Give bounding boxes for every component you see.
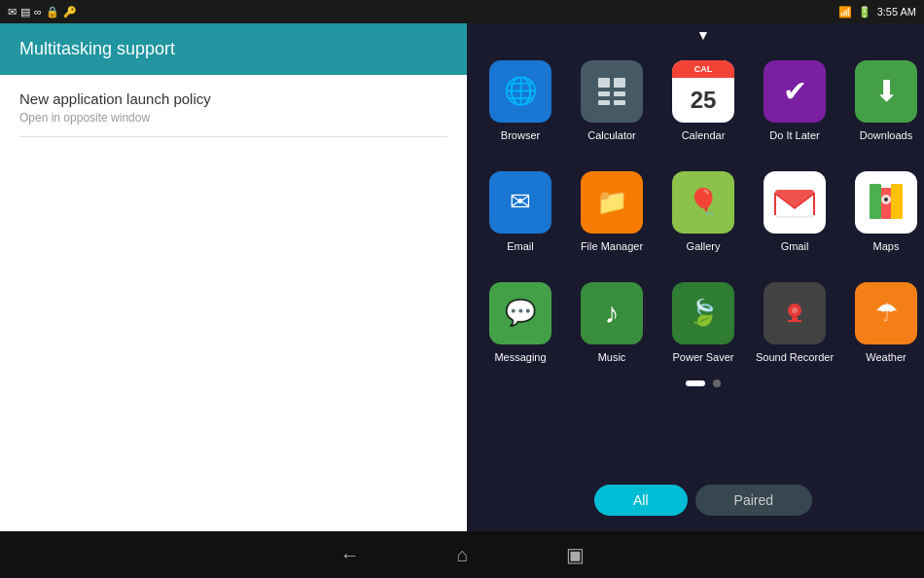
svg-point-17 <box>792 307 798 313</box>
app-label-gmail: Gmail <box>781 239 809 253</box>
back-button[interactable]: ← <box>339 544 359 566</box>
app-label-soundrecorder: Sound Recorder <box>756 350 834 364</box>
panel-body: New application launch policy Open in op… <box>0 75 467 531</box>
app-item-maps[interactable]: Maps <box>842 154 924 261</box>
page-dot-active[interactable] <box>686 380 705 386</box>
app-icon-gallery: 🎈 <box>672 171 734 234</box>
app-label-gallery: Gallery <box>687 239 721 253</box>
app-icon-email: ✉ <box>489 171 551 234</box>
app-item-soundrecorder[interactable]: Sound Recorder <box>751 265 838 372</box>
bottom-nav: ← ⌂ ▣ <box>0 531 924 578</box>
app-icon-messaging: 💬 <box>489 282 551 344</box>
battery-icon: 🔋 <box>858 6 871 18</box>
app-icon-maps <box>855 171 917 234</box>
app-label-filemanager: File Manager <box>581 239 643 253</box>
svg-rect-4 <box>598 100 610 105</box>
app-icon-downloads: ⬇ <box>855 60 917 123</box>
app-icon-weather: ☂ <box>855 282 917 344</box>
left-panel: Multitasking support New application lau… <box>0 23 467 531</box>
tab-all-button[interactable]: All <box>594 485 688 516</box>
policy-subtitle: Open in opposite window <box>19 111 447 125</box>
tabs-container: All Paired <box>594 485 812 516</box>
app-label-weather: Weather <box>866 350 906 364</box>
app-item-gallery[interactable]: 🎈 Gallery <box>659 154 747 261</box>
svg-rect-16 <box>788 320 801 322</box>
app-label-powersaver: Power Saver <box>673 350 734 364</box>
app-icon-calendar: CAL 25 <box>672 60 734 123</box>
tab-paired-button[interactable]: Paired <box>695 485 812 516</box>
panel-title: Multitasking support <box>19 39 175 58</box>
app-item-calendar[interactable]: CAL 25 Calendar <box>659 43 747 150</box>
app-item-gmail[interactable]: Gmail <box>751 154 838 261</box>
status-bar: ✉ ▤ ∞ 🔒 🔑 📶 🔋 3:55 AM <box>0 0 924 23</box>
app-item-doitlater[interactable]: ✔ Do It Later <box>751 43 838 150</box>
svg-point-12 <box>884 198 888 201</box>
panel-header: Multitasking support <box>0 23 467 75</box>
app-item-downloads[interactable]: ⬇ Downloads <box>842 43 924 150</box>
app-item-powersaver[interactable]: 🍃 Power Saver <box>659 265 747 372</box>
recents-button[interactable]: ▣ <box>566 543 585 566</box>
sim-icon: ▤ <box>20 6 30 18</box>
app-icon-music: ♪ <box>581 282 643 344</box>
right-panel: ▼ 🌐 Browser <box>467 23 924 531</box>
home-button[interactable]: ⌂ <box>456 544 468 566</box>
svg-rect-8 <box>870 184 881 219</box>
app-icon-calculator <box>581 60 643 123</box>
lock-icon: 🔒 <box>46 6 59 18</box>
apps-grid: 🌐 Browser Calculator <box>467 43 924 372</box>
pagination <box>686 379 721 387</box>
app-label-email: Email <box>507 239 534 253</box>
svg-rect-10 <box>891 184 903 219</box>
app-icon-browser: 🌐 <box>489 60 551 123</box>
conn-icon: ∞ <box>34 6 42 18</box>
app-icon-soundrecorder <box>764 282 826 344</box>
app-icon-gmail <box>764 171 826 234</box>
app-icon-powersaver: 🍃 <box>672 282 734 344</box>
app-item-music[interactable]: ♪ Music <box>568 265 656 372</box>
status-icons-right: 📶 🔋 3:55 AM <box>838 6 916 18</box>
svg-rect-3 <box>614 91 625 96</box>
app-item-browser[interactable]: 🌐 Browser <box>477 43 564 150</box>
app-label-maps: Maps <box>873 239 900 253</box>
app-label-calculator: Calculator <box>587 128 636 142</box>
svg-rect-5 <box>614 100 625 105</box>
app-item-calculator[interactable]: Calculator <box>568 43 656 150</box>
wifi-icon: 📶 <box>838 6 852 18</box>
time-display: 3:55 AM <box>877 6 916 18</box>
app-label-downloads: Downloads <box>860 128 912 142</box>
app-label-messaging: Messaging <box>494 350 546 364</box>
app-icon-doitlater: ✔ <box>764 60 826 123</box>
key-icon: 🔑 <box>63 6 77 18</box>
app-icon-filemanager: 📁 <box>581 171 643 234</box>
divider <box>19 136 447 137</box>
svg-rect-2 <box>598 91 610 96</box>
app-label-browser: Browser <box>501 128 540 142</box>
app-item-weather[interactable]: ☂ Weather <box>842 265 924 372</box>
notification-icon: ✉ <box>8 6 17 18</box>
status-icons-left: ✉ ▤ ∞ 🔒 🔑 <box>8 6 77 18</box>
svg-rect-15 <box>792 317 798 320</box>
dropdown-arrow-icon[interactable]: ▼ <box>696 27 710 43</box>
svg-rect-1 <box>614 78 625 88</box>
page-dot-inactive[interactable] <box>713 379 721 387</box>
app-item-email[interactable]: ✉ Email <box>477 154 564 261</box>
app-item-filemanager[interactable]: 📁 File Manager <box>568 154 656 261</box>
main-content: Multitasking support New application lau… <box>0 23 924 531</box>
app-label-music: Music <box>598 350 626 364</box>
svg-rect-0 <box>598 78 610 88</box>
policy-title[interactable]: New application launch policy <box>19 90 447 107</box>
app-item-messaging[interactable]: 💬 Messaging <box>477 265 564 372</box>
app-label-doitlater: Do It Later <box>769 128 819 142</box>
app-label-calendar: Calendar <box>682 128 726 142</box>
